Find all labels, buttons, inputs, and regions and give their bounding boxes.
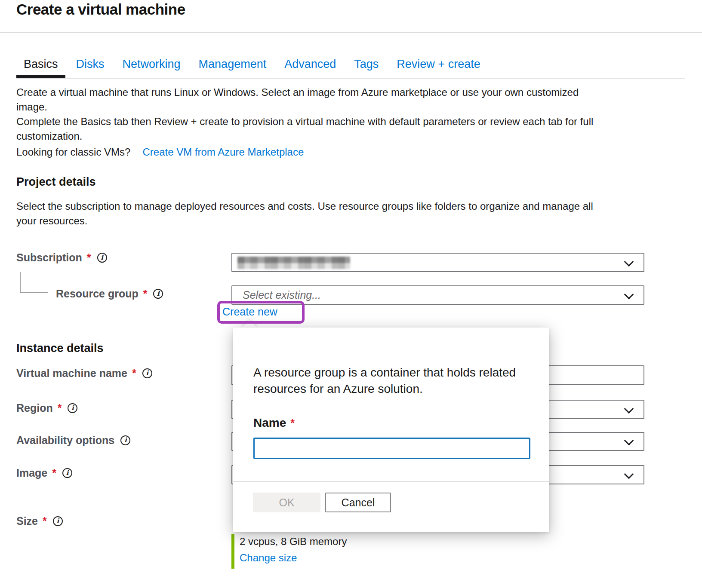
region-label-row: Region * i (16, 401, 77, 414)
tab-review-create[interactable]: Review + create (389, 53, 487, 78)
dialog-name-label-row: Name * (253, 416, 295, 430)
header-divider (0, 32, 702, 33)
dialog-footer-divider (233, 481, 549, 482)
classic-vms-row: Looking for classic VMs? Create VM from … (16, 146, 304, 158)
cancel-button[interactable]: Cancel (325, 493, 391, 512)
resource-group-label-row: Resource group * i (56, 287, 163, 300)
tab-bar-divider (16, 78, 685, 79)
required-marker: * (142, 288, 148, 300)
chevron-down-icon (624, 289, 634, 299)
change-size-link[interactable]: Change size (240, 552, 297, 564)
tab-basics[interactable]: Basics (16, 53, 65, 78)
info-icon[interactable]: i (97, 253, 107, 263)
size-selection-bar (231, 534, 234, 569)
subscription-value-redacted (237, 257, 350, 269)
image-label-row: Image * i (16, 466, 72, 479)
create-vm-marketplace-link[interactable]: Create VM from Azure Marketplace (142, 146, 304, 158)
info-icon[interactable]: i (62, 468, 72, 478)
instance-details-heading: Instance details (16, 342, 104, 355)
resource-group-label: Resource group (56, 288, 139, 300)
required-marker: * (51, 467, 56, 479)
info-icon[interactable]: i (153, 289, 163, 299)
info-icon[interactable]: i (120, 435, 130, 445)
subscription-child-connector-horizontal (20, 292, 48, 293)
required-marker: * (86, 251, 91, 264)
required-marker: * (131, 367, 136, 380)
chevron-down-icon (624, 469, 634, 479)
subscription-label-row: Subscription * i (16, 251, 107, 264)
subscription-label: Subscription (16, 251, 82, 264)
size-value: 2 vcpus, 8 GiB memory (240, 536, 347, 548)
size-label-row: Size * i (16, 514, 63, 527)
create-vm-page: Create a virtual machine Basics Disks Ne… (0, 0, 702, 588)
classic-vms-prompt: Looking for classic VMs? (16, 146, 130, 158)
region-label: Region (16, 402, 53, 414)
project-details-description: Select the subscription to manage deploy… (16, 199, 593, 228)
info-icon[interactable]: i (68, 403, 77, 413)
project-details-heading: Project details (16, 175, 96, 189)
chevron-down-icon (624, 404, 634, 413)
vm-name-label: Virtual machine name (16, 367, 127, 380)
tab-tags[interactable]: Tags (347, 53, 386, 78)
info-icon[interactable]: i (53, 516, 63, 526)
tab-management[interactable]: Management (191, 53, 274, 78)
availability-options-label: Availability options (16, 434, 114, 447)
vm-name-label-row: Virtual machine name * i (16, 367, 152, 380)
subscription-dropdown[interactable] (231, 253, 644, 272)
required-marker: * (57, 402, 62, 414)
availability-options-label-row: Availability options i (16, 434, 130, 447)
size-label: Size (16, 515, 38, 527)
tab-advanced[interactable]: Advanced (277, 53, 343, 78)
tab-bar: Basics Disks Networking Management Advan… (16, 53, 488, 78)
dialog-description: A resource group is a container that hol… (253, 364, 516, 397)
create-resource-group-dialog: A resource group is a container that hol… (233, 328, 549, 532)
chevron-down-icon (624, 436, 634, 446)
image-label: Image (16, 467, 47, 479)
page-title: Create a virtual machine (16, 1, 185, 18)
resource-group-placeholder: Select existing... (243, 288, 321, 301)
subscription-child-connector-vertical (20, 272, 21, 293)
resource-group-name-input[interactable] (253, 438, 530, 459)
create-new-resource-group-link[interactable]: Create new (222, 306, 277, 318)
required-marker: * (42, 515, 47, 527)
intro-text: Create a virtual machine that runs Linux… (16, 85, 593, 144)
dialog-name-label: Name (253, 416, 286, 430)
info-icon[interactable]: i (142, 368, 152, 378)
tab-disks[interactable]: Disks (69, 53, 112, 78)
ok-button[interactable]: OK (253, 493, 320, 512)
chevron-down-icon (624, 257, 634, 266)
required-marker: * (289, 417, 295, 429)
tab-networking[interactable]: Networking (115, 53, 188, 78)
